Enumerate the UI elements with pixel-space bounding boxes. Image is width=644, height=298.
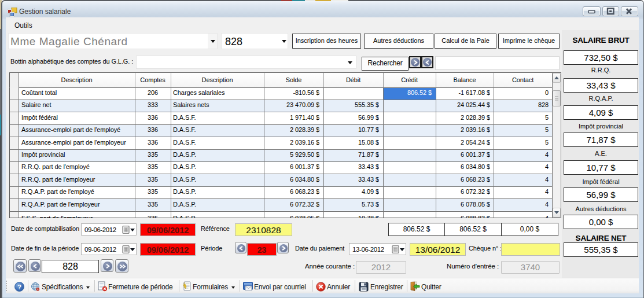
svg-text:?: ? [17,284,21,290]
